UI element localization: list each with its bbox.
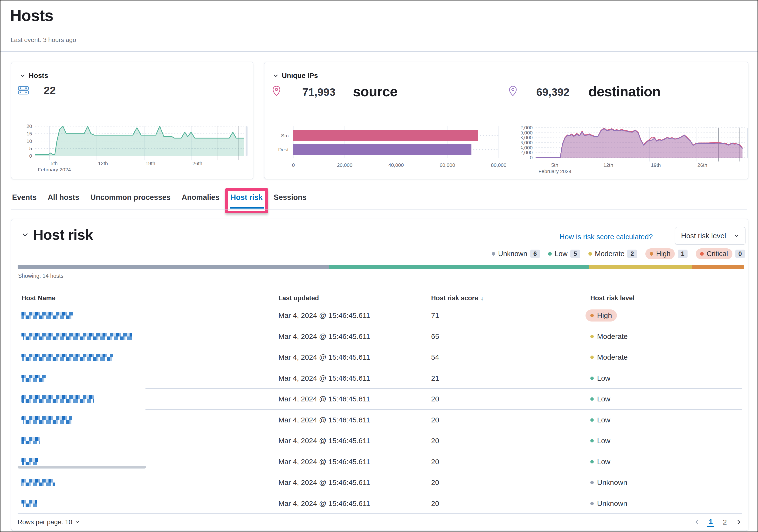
tab-host-risk[interactable]: Host risk: [231, 192, 263, 203]
column-header-last-updated[interactable]: Last updated: [278, 295, 319, 302]
tab-uncommon-processes[interactable]: Uncommon processes: [90, 192, 171, 203]
table-row: Mar 4, 2024 @ 15:46:45.61120Unknown: [11, 472, 748, 493]
host-name-link-redacted[interactable]: [21, 395, 94, 403]
source-ip-count: 71,993: [302, 86, 335, 98]
svg-text:5: 5: [29, 146, 32, 151]
risk-score-help-link[interactable]: How is risk score calculated?: [560, 233, 653, 241]
host-name-link-redacted[interactable]: [21, 312, 73, 319]
risk-level-cell: Low: [590, 458, 610, 466]
table-row: Mar 4, 2024 @ 15:46:45.61171High: [11, 305, 748, 326]
svg-text:February 2024: February 2024: [538, 168, 571, 174]
svg-text:8,000: 8,000: [521, 135, 533, 140]
pagination-next-button[interactable]: [736, 519, 742, 525]
risk-score-cell: 20: [431, 458, 439, 466]
svg-text:15: 15: [26, 131, 32, 136]
svg-text:Dest.: Dest.: [278, 147, 290, 152]
destination-ip-count: 69,392: [536, 86, 569, 98]
risk-dot-icon: [700, 252, 704, 256]
collapse-chevron-icon[interactable]: [273, 73, 279, 79]
last-updated-cell: Mar 4, 2024 @ 15:46:45.611: [278, 416, 370, 424]
storage-icon: [18, 86, 29, 95]
hosts-tab-bar: EventsAll hostsUncommon processesAnomali…: [12, 192, 307, 203]
rows-per-page-button[interactable]: Rows per page: 10: [17, 518, 80, 526]
unique-ips-bar-chart: 020,00040,00060,00080,000Src.Dest.: [272, 122, 513, 177]
unique-ips-kpi-panel: Unique IPs 71,993 source 69,392 destinat…: [264, 62, 748, 179]
risk-distribution-bar: [17, 265, 744, 269]
header-divider: [0, 51, 758, 52]
svg-text:19th: 19th: [146, 160, 155, 166]
legend-item-unknown[interactable]: Unknown6: [492, 250, 540, 258]
svg-text:19th: 19th: [651, 162, 661, 168]
risk-level-cell: Low: [590, 395, 610, 403]
svg-text:20,000: 20,000: [337, 162, 353, 168]
pagination: 12: [694, 517, 742, 527]
risk-level-cell: Moderate: [590, 333, 628, 340]
host-name-link-redacted[interactable]: [21, 374, 46, 382]
risk-level-legend: Unknown6Low5Moderate2High1Critical0: [492, 248, 745, 260]
column-header-host-risk-level[interactable]: Host risk level: [590, 295, 635, 302]
collapse-chevron-icon[interactable]: [19, 73, 26, 79]
tab-sessions[interactable]: Sessions: [274, 192, 307, 203]
last-event-text: Last event: 3 hours ago: [11, 36, 76, 44]
svg-text:0: 0: [29, 153, 32, 159]
table-row: Mar 4, 2024 @ 15:46:45.61121Low: [11, 368, 748, 389]
host-risk-panel: Host risk How is risk score calculated? …: [11, 219, 748, 531]
risk-dot-icon: [590, 356, 594, 359]
page-title: Hosts: [10, 6, 53, 25]
panel-divider: [271, 108, 742, 108]
risk-score-cell: 65: [431, 333, 439, 340]
legend-count-badge: 1: [678, 250, 687, 258]
risk-dot-icon: [588, 252, 592, 256]
table-row: Mar 4, 2024 @ 15:46:45.61154Moderate: [11, 347, 748, 368]
host-name-link-redacted[interactable]: [21, 354, 113, 361]
sort-descending-icon: ↓: [481, 295, 484, 302]
pagination-page-1[interactable]: 1: [707, 517, 714, 527]
last-updated-cell: Mar 4, 2024 @ 15:46:45.611: [278, 458, 370, 466]
risk-level-cell: Unknown: [590, 499, 627, 508]
risk-segment-moderate: [589, 265, 692, 269]
pagination-page-2[interactable]: 2: [721, 517, 728, 527]
risk-score-cell: 20: [431, 479, 439, 487]
host-name-link-redacted[interactable]: [21, 479, 55, 486]
tab-all-hosts[interactable]: All hosts: [48, 192, 79, 203]
risk-score-cell: 54: [431, 353, 439, 361]
collapse-chevron-icon[interactable]: [21, 231, 29, 239]
risk-level-cell: Low: [590, 416, 610, 424]
legend-count-badge: 0: [735, 250, 745, 258]
svg-text:12th: 12th: [98, 160, 108, 166]
legend-item-low[interactable]: Low5: [548, 250, 580, 258]
host-name-link-redacted[interactable]: [21, 437, 40, 444]
last-updated-cell: Mar 4, 2024 @ 15:46:45.611: [278, 374, 370, 382]
hosts-kpi-panel: Hosts 22 051015205th12th19th26thFebruary…: [11, 62, 253, 179]
legend-item-high[interactable]: High1: [645, 248, 688, 259]
risk-level-cell: High: [590, 309, 617, 322]
risk-score-cell: 21: [431, 374, 439, 382]
host-name-link-redacted[interactable]: [21, 416, 72, 424]
table-horizontal-scrollbar[interactable]: [17, 466, 146, 469]
column-header-host-name[interactable]: Host Name: [21, 295, 55, 302]
risk-dot-icon: [590, 502, 594, 505]
risk-level-cell: Unknown: [590, 479, 627, 487]
host-risk-table-body: Mar 4, 2024 @ 15:46:45.61171HighMar 4, 2…: [11, 305, 748, 514]
host-name-link-redacted[interactable]: [21, 500, 37, 507]
tab-anomalies[interactable]: Anomalies: [182, 192, 220, 203]
svg-text:26th: 26th: [192, 160, 202, 166]
source-label: source: [353, 83, 397, 99]
host-name-link-redacted[interactable]: [21, 458, 38, 465]
host-name-link-redacted[interactable]: [21, 333, 132, 340]
risk-dot-icon: [590, 481, 594, 484]
tab-events[interactable]: Events: [12, 192, 37, 203]
svg-text:0: 0: [292, 162, 295, 168]
hosts-area-chart: 051015205th12th19th26thFebruary 2024: [25, 122, 254, 177]
legend-item-critical[interactable]: Critical0: [696, 248, 745, 259]
svg-text:0: 0: [530, 155, 533, 160]
risk-level-cell: Moderate: [590, 353, 628, 361]
tabs-divider: [11, 209, 747, 210]
unique-ips-area-chart: 02,0004,0006,0008,00010,00012,0005th12th…: [521, 122, 748, 178]
pagination-previous-button[interactable]: [694, 519, 700, 525]
column-header-host-risk-score[interactable]: Host risk score ↓: [431, 295, 484, 302]
last-updated-cell: Mar 4, 2024 @ 15:46:45.611: [278, 499, 370, 508]
legend-item-moderate[interactable]: Moderate2: [588, 250, 637, 258]
host-risk-level-filter-button[interactable]: Host risk level: [675, 227, 745, 244]
risk-dot-icon: [590, 460, 594, 463]
